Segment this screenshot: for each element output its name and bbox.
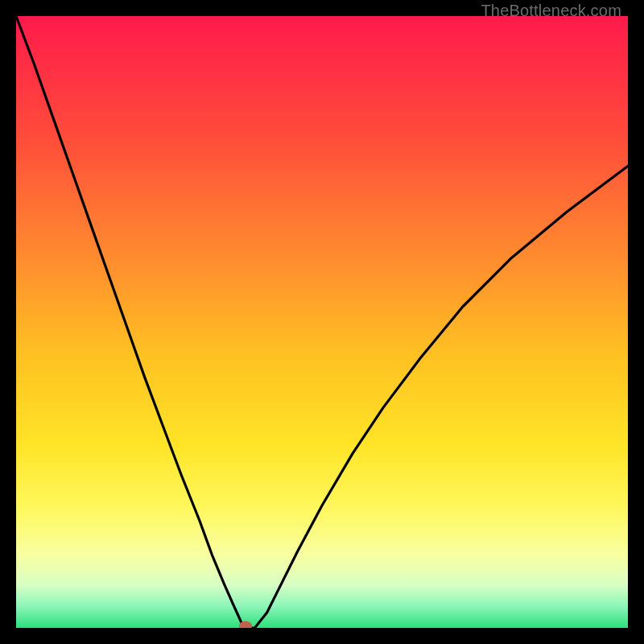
watermark-text: TheBottleneck.com [481,2,621,20]
chart-frame [16,16,628,628]
chart-canvas [16,16,628,628]
chart-background [16,16,628,628]
